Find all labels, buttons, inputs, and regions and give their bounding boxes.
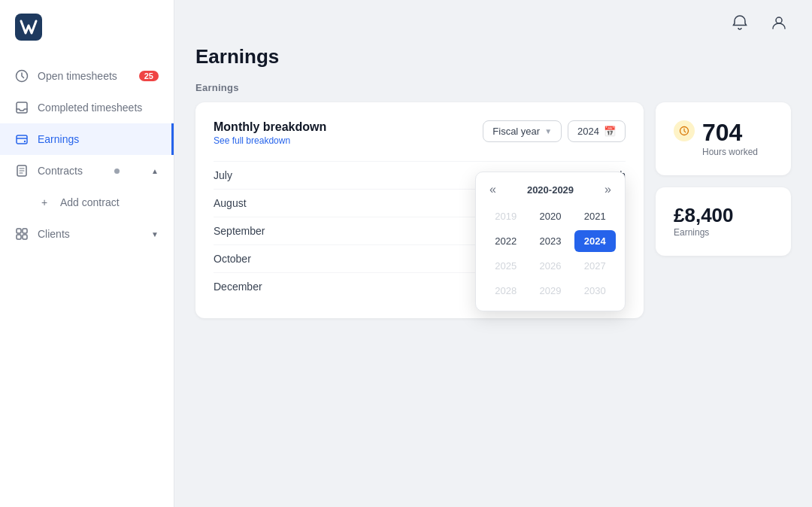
year-cell-2029: 2029 xyxy=(529,280,571,302)
year-cell-2030: 2030 xyxy=(574,280,616,302)
chevron-down-icon: ▼ xyxy=(151,230,159,238)
sidebar-item-label: Contracts xyxy=(38,165,83,177)
month-name: August xyxy=(214,197,247,209)
year-cell-2021[interactable]: 2021 xyxy=(574,205,616,227)
svg-rect-8 xyxy=(17,235,21,239)
contracts-dot xyxy=(114,168,120,174)
year-cell-2023[interactable]: 2023 xyxy=(529,230,571,252)
document-icon xyxy=(15,164,29,178)
sidebar-item-label: Open timesheets xyxy=(38,70,117,82)
year-cell-2025: 2025 xyxy=(485,255,526,277)
sidebar-nav: Open timesheets 25 Completed timesheets … xyxy=(0,54,174,507)
fiscal-year-select[interactable]: Fiscal year ▼ xyxy=(483,120,562,142)
svg-rect-6 xyxy=(17,229,21,233)
year-value: 2024 xyxy=(577,126,599,137)
year-date-input[interactable]: 2024 📅 xyxy=(568,120,626,142)
stat-values: 704 Hours worked xyxy=(702,120,758,157)
app-logo xyxy=(15,14,42,41)
earnings-amount: £8,400 xyxy=(674,205,773,225)
hours-worked-card: 704 Hours worked xyxy=(656,102,791,175)
year-picker-next-button[interactable]: » xyxy=(600,181,616,198)
stat-row: 704 Hours worked xyxy=(674,120,773,157)
sidebar-item-open-timesheets[interactable]: Open timesheets 25 xyxy=(0,60,174,92)
sidebar-item-add-contract[interactable]: + Add contract xyxy=(0,187,174,218)
year-cell-2020[interactable]: 2020 xyxy=(529,205,571,227)
sidebar-item-label: Add contract xyxy=(60,196,120,208)
month-name: October xyxy=(214,253,251,265)
svg-rect-3 xyxy=(17,135,27,144)
year-cell-2027: 2027 xyxy=(574,255,616,277)
svg-rect-2 xyxy=(17,102,27,113)
notification-badge: 25 xyxy=(139,71,159,81)
year-cell-2019: 2019 xyxy=(485,205,526,227)
year-grid: 2019 2020 2021 2022 2023 2024 2025 2026 xyxy=(485,205,616,302)
sidebar: Open timesheets 25 Completed timesheets … xyxy=(0,0,174,507)
month-name: December xyxy=(214,281,262,293)
sidebar-item-clients[interactable]: Clients ▼ xyxy=(0,218,174,250)
chevron-up-icon: ▲ xyxy=(151,167,159,175)
sidebar-item-completed-timesheets[interactable]: Completed timesheets xyxy=(0,92,174,123)
month-name: July xyxy=(214,169,232,181)
svg-rect-7 xyxy=(23,229,27,233)
sidebar-item-earnings[interactable]: Earnings xyxy=(0,123,174,155)
year-picker-range: 2020-2029 xyxy=(527,184,574,196)
hours-worked-label: Hours worked xyxy=(702,147,758,157)
monthly-breakdown-card: Monthly breakdown See full breakdown Fis… xyxy=(195,102,644,318)
wallet-icon xyxy=(15,132,29,146)
month-name: September xyxy=(214,225,265,237)
hours-worked-number: 704 xyxy=(702,120,758,144)
card-controls: Fiscal year ▼ 2024 📅 « 2020-2029 xyxy=(483,120,626,142)
topbar xyxy=(174,0,812,45)
year-cell-2028: 2028 xyxy=(485,280,526,302)
year-picker-dropdown: « 2020-2029 » 2019 2020 2021 2022 xyxy=(475,172,626,311)
calendar-icon: 📅 xyxy=(604,126,616,137)
year-picker-header: « 2020-2029 » xyxy=(485,181,616,198)
svg-point-10 xyxy=(776,17,782,23)
plus-icon: + xyxy=(38,196,51,209)
earnings-stat-card: £8,400 Earnings xyxy=(656,187,791,256)
card-title: Monthly breakdown xyxy=(214,120,326,134)
svg-rect-9 xyxy=(23,235,27,239)
sidebar-item-label: Completed timesheets xyxy=(38,102,142,114)
svg-point-4 xyxy=(24,141,26,142)
side-cards: 704 Hours worked £8,400 Earnings xyxy=(656,102,791,256)
year-cell-2026: 2026 xyxy=(529,255,571,277)
year-cell-2022[interactable]: 2022 xyxy=(485,230,526,252)
logo-area xyxy=(0,0,174,54)
year-cell-2024[interactable]: 2024 xyxy=(574,230,616,252)
clock-icon xyxy=(15,69,29,83)
main-content: Earnings Earnings Monthly breakdown See … xyxy=(174,0,812,507)
page-content: Earnings Earnings Monthly breakdown See … xyxy=(174,45,812,339)
inbox-icon xyxy=(15,101,29,114)
section-label: Earnings xyxy=(195,82,791,93)
notifications-button[interactable] xyxy=(728,11,752,35)
clients-icon xyxy=(15,227,29,241)
card-title-area: Monthly breakdown See full breakdown xyxy=(214,120,326,146)
card-header: Monthly breakdown See full breakdown Fis… xyxy=(214,120,626,146)
cards-row: Monthly breakdown See full breakdown Fis… xyxy=(195,102,791,318)
sidebar-item-label: Earnings xyxy=(38,133,79,145)
year-picker-prev-button[interactable]: « xyxy=(485,181,501,198)
full-breakdown-link[interactable]: See full breakdown xyxy=(214,135,290,146)
page-title: Earnings xyxy=(195,45,791,68)
sidebar-item-label: Clients xyxy=(38,228,70,240)
clock-stat-icon xyxy=(674,120,695,141)
sidebar-item-contracts[interactable]: Contracts ▲ xyxy=(0,155,174,187)
profile-button[interactable] xyxy=(767,11,791,35)
earnings-label: Earnings xyxy=(674,227,773,238)
fiscal-year-label: Fiscal year xyxy=(492,126,540,137)
earnings-amount-truncated: £8,400 xyxy=(674,204,734,226)
chevron-down-icon: ▼ xyxy=(544,127,552,135)
card-subtitle[interactable]: See full breakdown xyxy=(214,135,326,146)
